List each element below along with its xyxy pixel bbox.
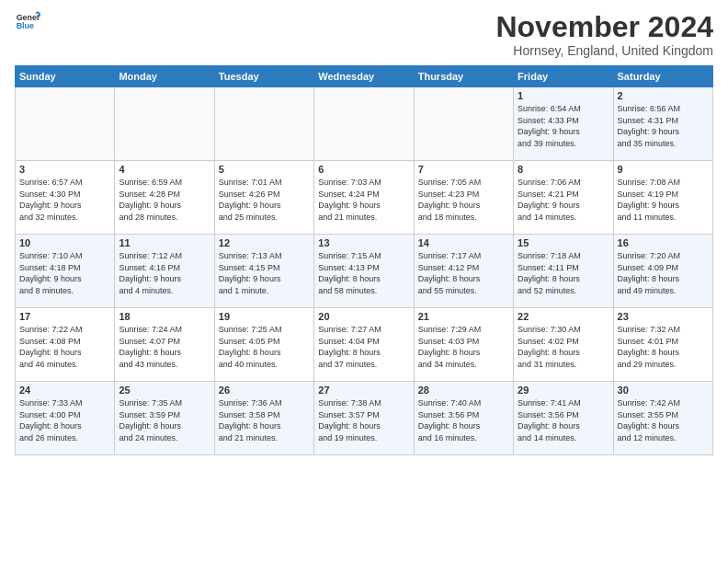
- day-info: Sunrise: 7:29 AM Sunset: 4:03 PM Dayligh…: [418, 324, 509, 370]
- day-info: Sunrise: 6:54 AM Sunset: 4:33 PM Dayligh…: [518, 103, 609, 149]
- col-tuesday: Tuesday: [214, 66, 313, 87]
- day-info: Sunrise: 7:32 AM Sunset: 4:01 PM Dayligh…: [618, 324, 709, 370]
- day-cell: 3Sunrise: 6:57 AM Sunset: 4:30 PM Daylig…: [16, 161, 115, 235]
- day-cell: 10Sunrise: 7:10 AM Sunset: 4:18 PM Dayli…: [16, 235, 115, 308]
- day-number: 19: [219, 311, 310, 322]
- day-cell: 21Sunrise: 7:29 AM Sunset: 4:03 PM Dayli…: [414, 308, 513, 382]
- logo-icon: General Blue: [15, 11, 40, 31]
- day-info: Sunrise: 7:40 AM Sunset: 3:56 PM Dayligh…: [418, 397, 509, 443]
- day-cell: 14Sunrise: 7:17 AM Sunset: 4:12 PM Dayli…: [414, 235, 513, 308]
- header: General Blue November 2024 Hornsey, Engl…: [15, 11, 713, 58]
- week-row-2: 3Sunrise: 6:57 AM Sunset: 4:30 PM Daylig…: [16, 161, 713, 235]
- day-number: 11: [119, 237, 210, 248]
- day-number: 16: [618, 237, 709, 248]
- day-info: Sunrise: 7:15 AM Sunset: 4:13 PM Dayligh…: [318, 250, 409, 296]
- day-number: 10: [19, 237, 110, 248]
- day-info: Sunrise: 7:33 AM Sunset: 4:00 PM Dayligh…: [19, 397, 110, 443]
- day-cell: 5Sunrise: 7:01 AM Sunset: 4:26 PM Daylig…: [214, 161, 313, 235]
- day-cell: 29Sunrise: 7:41 AM Sunset: 3:56 PM Dayli…: [514, 382, 613, 455]
- day-cell: 28Sunrise: 7:40 AM Sunset: 3:56 PM Dayli…: [414, 382, 513, 455]
- day-cell: 15Sunrise: 7:18 AM Sunset: 4:11 PM Dayli…: [514, 235, 613, 308]
- week-row-5: 24Sunrise: 7:33 AM Sunset: 4:00 PM Dayli…: [16, 382, 713, 455]
- day-number: 15: [518, 237, 609, 248]
- day-cell: 7Sunrise: 7:05 AM Sunset: 4:23 PM Daylig…: [414, 161, 513, 235]
- day-cell: 1Sunrise: 6:54 AM Sunset: 4:33 PM Daylig…: [514, 87, 613, 161]
- day-number: 14: [418, 237, 509, 248]
- day-number: 7: [418, 164, 509, 175]
- day-info: Sunrise: 6:59 AM Sunset: 4:28 PM Dayligh…: [119, 177, 210, 223]
- day-info: Sunrise: 6:56 AM Sunset: 4:31 PM Dayligh…: [618, 103, 709, 149]
- day-info: Sunrise: 7:06 AM Sunset: 4:21 PM Dayligh…: [518, 177, 609, 223]
- day-cell: 16Sunrise: 7:20 AM Sunset: 4:09 PM Dayli…: [613, 235, 712, 308]
- day-cell: [414, 87, 513, 161]
- day-cell: 24Sunrise: 7:33 AM Sunset: 4:00 PM Dayli…: [16, 382, 115, 455]
- col-sunday: Sunday: [16, 66, 115, 87]
- day-info: Sunrise: 7:25 AM Sunset: 4:05 PM Dayligh…: [219, 324, 310, 370]
- day-cell: 13Sunrise: 7:15 AM Sunset: 4:13 PM Dayli…: [314, 235, 414, 308]
- header-row: Sunday Monday Tuesday Wednesday Thursday…: [16, 66, 713, 87]
- day-info: Sunrise: 7:10 AM Sunset: 4:18 PM Dayligh…: [19, 250, 110, 296]
- day-info: Sunrise: 7:41 AM Sunset: 3:56 PM Dayligh…: [518, 397, 609, 443]
- day-info: Sunrise: 7:22 AM Sunset: 4:08 PM Dayligh…: [19, 324, 110, 370]
- day-number: 12: [219, 237, 310, 248]
- day-cell: 19Sunrise: 7:25 AM Sunset: 4:05 PM Dayli…: [214, 308, 313, 382]
- title-block: November 2024 Hornsey, England, United K…: [495, 11, 713, 58]
- day-number: 21: [418, 311, 509, 322]
- day-info: Sunrise: 7:18 AM Sunset: 4:11 PM Dayligh…: [518, 250, 609, 296]
- day-cell: 6Sunrise: 7:03 AM Sunset: 4:24 PM Daylig…: [314, 161, 414, 235]
- day-cell: 25Sunrise: 7:35 AM Sunset: 3:59 PM Dayli…: [115, 382, 214, 455]
- day-cell: [16, 87, 115, 161]
- col-thursday: Thursday: [414, 66, 513, 87]
- col-saturday: Saturday: [613, 66, 712, 87]
- day-cell: 27Sunrise: 7:38 AM Sunset: 3:57 PM Dayli…: [314, 382, 414, 455]
- month-title: November 2024: [495, 11, 713, 43]
- day-info: Sunrise: 7:05 AM Sunset: 4:23 PM Dayligh…: [418, 177, 509, 223]
- day-number: 4: [119, 164, 210, 175]
- day-info: Sunrise: 7:12 AM Sunset: 4:16 PM Dayligh…: [119, 250, 210, 296]
- day-number: 29: [518, 385, 609, 396]
- day-number: 23: [618, 311, 709, 322]
- day-info: Sunrise: 7:20 AM Sunset: 4:09 PM Dayligh…: [618, 250, 709, 296]
- svg-text:Blue: Blue: [17, 21, 34, 30]
- day-cell: 18Sunrise: 7:24 AM Sunset: 4:07 PM Dayli…: [115, 308, 214, 382]
- day-info: Sunrise: 7:27 AM Sunset: 4:04 PM Dayligh…: [318, 324, 409, 370]
- day-cell: 26Sunrise: 7:36 AM Sunset: 3:58 PM Dayli…: [214, 382, 313, 455]
- week-row-3: 10Sunrise: 7:10 AM Sunset: 4:18 PM Dayli…: [16, 235, 713, 308]
- day-info: Sunrise: 7:03 AM Sunset: 4:24 PM Dayligh…: [318, 177, 409, 223]
- day-info: Sunrise: 7:38 AM Sunset: 3:57 PM Dayligh…: [318, 397, 409, 443]
- day-number: 26: [219, 385, 310, 396]
- day-number: 24: [19, 385, 110, 396]
- day-number: 17: [19, 311, 110, 322]
- day-number: 8: [518, 164, 609, 175]
- day-number: 3: [19, 164, 110, 175]
- col-monday: Monday: [115, 66, 214, 87]
- day-number: 2: [618, 90, 709, 101]
- day-info: Sunrise: 7:01 AM Sunset: 4:26 PM Dayligh…: [219, 177, 310, 223]
- day-info: Sunrise: 7:08 AM Sunset: 4:19 PM Dayligh…: [618, 177, 709, 223]
- week-row-1: 1Sunrise: 6:54 AM Sunset: 4:33 PM Daylig…: [16, 87, 713, 161]
- day-info: Sunrise: 6:57 AM Sunset: 4:30 PM Dayligh…: [19, 177, 110, 223]
- day-number: 30: [618, 385, 709, 396]
- location: Hornsey, England, United Kingdom: [495, 43, 713, 58]
- day-cell: 2Sunrise: 6:56 AM Sunset: 4:31 PM Daylig…: [613, 87, 712, 161]
- day-number: 9: [618, 164, 709, 175]
- day-cell: [115, 87, 214, 161]
- day-info: Sunrise: 7:17 AM Sunset: 4:12 PM Dayligh…: [418, 250, 509, 296]
- day-info: Sunrise: 7:36 AM Sunset: 3:58 PM Dayligh…: [219, 397, 310, 443]
- day-cell: 4Sunrise: 6:59 AM Sunset: 4:28 PM Daylig…: [115, 161, 214, 235]
- day-number: 28: [418, 385, 509, 396]
- day-cell: 30Sunrise: 7:42 AM Sunset: 3:55 PM Dayli…: [613, 382, 712, 455]
- day-number: 6: [318, 164, 409, 175]
- day-info: Sunrise: 7:13 AM Sunset: 4:15 PM Dayligh…: [219, 250, 310, 296]
- day-number: 20: [318, 311, 409, 322]
- day-cell: 20Sunrise: 7:27 AM Sunset: 4:04 PM Dayli…: [314, 308, 414, 382]
- day-number: 5: [219, 164, 310, 175]
- day-cell: 9Sunrise: 7:08 AM Sunset: 4:19 PM Daylig…: [613, 161, 712, 235]
- day-cell: [314, 87, 414, 161]
- logo: General Blue: [15, 11, 40, 31]
- day-number: 1: [518, 90, 609, 101]
- day-info: Sunrise: 7:30 AM Sunset: 4:02 PM Dayligh…: [518, 324, 609, 370]
- day-number: 13: [318, 237, 409, 248]
- day-number: 27: [318, 385, 409, 396]
- calendar-table: Sunday Monday Tuesday Wednesday Thursday…: [15, 65, 713, 455]
